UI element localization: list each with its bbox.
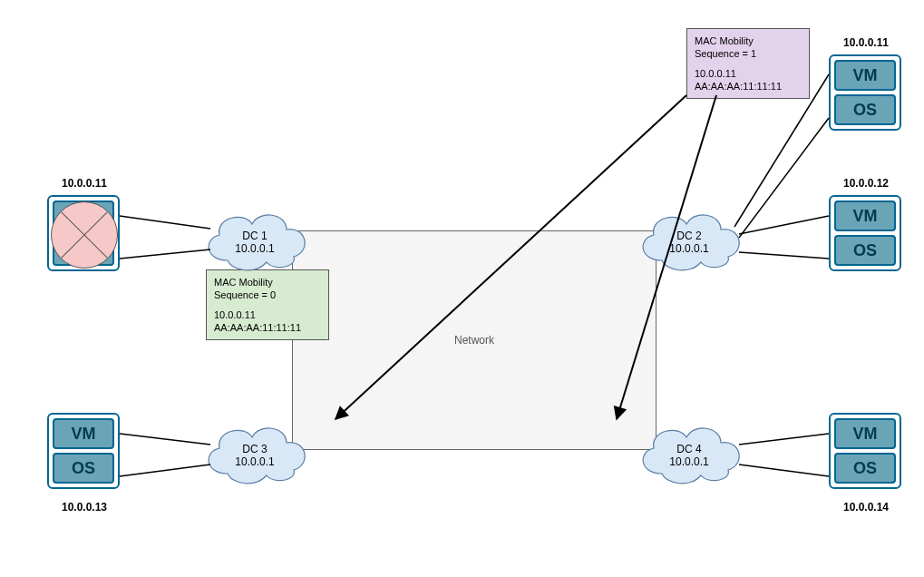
dc1-name: DC 1 (196, 230, 314, 242)
dc2-name: DC 2 (630, 230, 748, 242)
host5-os: OS (834, 453, 896, 484)
dc3-ip: 10.0.0.1 (196, 455, 314, 468)
dc4-ip: 10.0.0.1 (630, 455, 748, 468)
cloud-dc3: DC 3 10.0.0.1 (196, 417, 314, 490)
diagram-canvas: Network MAC Mobility Sequence = 0 10.0.0… (0, 0, 924, 577)
box-green-line2: Sequence = 0 (214, 288, 321, 301)
host4-os: OS (53, 453, 114, 484)
box-purple-line4: AA:AA:AA:11:11:11 (695, 80, 802, 93)
box-green-line4: AA:AA:AA:11:11:11 (214, 321, 321, 334)
host3-ip: 10.0.0.12 (825, 177, 907, 190)
box-green-line1: MAC Mobility (214, 276, 321, 288)
host4-vm: VM (53, 418, 114, 449)
cloud-dc2: DC 2 10.0.0.1 (630, 204, 748, 277)
svg-line-5 (739, 118, 829, 238)
dc3-name: DC 3 (196, 443, 314, 455)
host3: VM OS (829, 195, 901, 271)
box-green-line3: 10.0.0.11 (214, 308, 321, 321)
box-purple-line3: 10.0.0.11 (695, 67, 802, 80)
box-purple-line2: Sequence = 1 (695, 47, 802, 60)
dc1-ip: 10.0.0.1 (196, 242, 314, 255)
cloud-dc4: DC 4 10.0.0.1 (630, 417, 748, 490)
host5-vm: VM (834, 418, 896, 449)
svg-line-9 (739, 465, 829, 476)
host2: VM OS (829, 54, 901, 131)
cloud-dc1: DC 1 10.0.0.1 (196, 204, 314, 277)
host5: VM OS (829, 413, 901, 489)
host2-ip: 10.0.0.11 (825, 36, 907, 49)
host4: VM OS (47, 413, 120, 489)
svg-line-8 (739, 434, 829, 445)
host5-ip: 10.0.0.14 (825, 501, 907, 513)
host2-os: OS (834, 94, 896, 125)
svg-line-6 (739, 216, 829, 234)
dc4-name: DC 4 (630, 443, 748, 455)
box-purple-line1: MAC Mobility (695, 34, 802, 47)
network-label: Network (454, 334, 494, 347)
mac-mobility-box-seq1: MAC Mobility Sequence = 1 10.0.0.11 AA:A… (686, 28, 810, 99)
host3-os: OS (834, 235, 896, 266)
crossed-out-icon (51, 201, 118, 269)
mac-mobility-box-seq0: MAC Mobility Sequence = 0 10.0.0.11 AA:A… (206, 269, 329, 340)
host2-vm: VM (834, 60, 896, 91)
network-box: Network (292, 230, 657, 450)
host3-vm: VM (834, 200, 896, 231)
host1-ip: 10.0.0.11 (44, 177, 125, 190)
svg-line-7 (739, 252, 829, 259)
dc2-ip: 10.0.0.1 (630, 242, 748, 255)
host4-ip: 10.0.0.13 (44, 501, 125, 513)
